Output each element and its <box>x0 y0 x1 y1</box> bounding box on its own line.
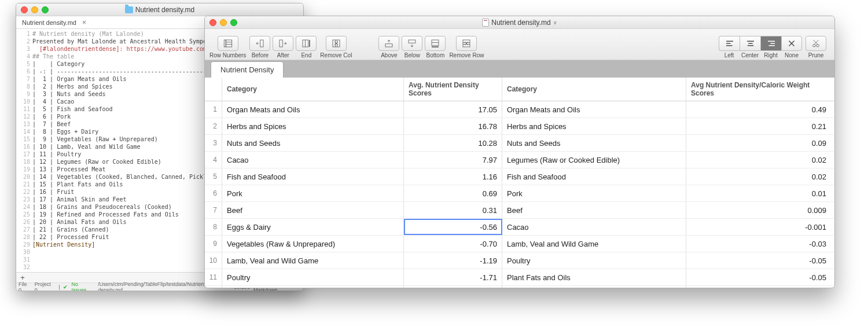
cell-score2[interactable]: 0.09 <box>686 135 831 151</box>
row-number-cell[interactable]: 7 <box>205 202 222 218</box>
cell-score1[interactable]: 10.28 <box>404 135 502 151</box>
row-numbers-button[interactable] <box>218 36 238 51</box>
cell-category2[interactable]: Pork <box>502 185 686 201</box>
zoom-window-button[interactable] <box>230 19 237 26</box>
close-icon[interactable]: × <box>82 19 86 27</box>
cell-category[interactable]: Beef <box>222 202 404 218</box>
insert-row-above-button[interactable] <box>378 36 399 51</box>
cell-category[interactable]: Nuts and Seeds <box>222 135 404 151</box>
grid-body[interactable]: 1 Organ Meats and Oils 17.05 Organ Meats… <box>205 101 834 288</box>
row-number-cell[interactable]: 1 <box>205 101 222 118</box>
cell-category[interactable]: Legumes (Raw or Cooked Edible) <box>222 286 404 288</box>
cell-score1[interactable]: -1.71 <box>404 269 502 285</box>
cell-category2[interactable]: Organ Meats and Oils <box>502 101 686 118</box>
table-row[interactable]: 4 Cacao 7.97 Legumes (Raw or Cooked Edib… <box>205 152 834 168</box>
sheet-tab[interactable]: Nutrient Density <box>211 61 284 78</box>
grid-header-score1[interactable]: Avg. Nutrient Density Scores <box>404 78 502 101</box>
cell-score2[interactable]: -0.03 <box>686 236 831 252</box>
table-row[interactable]: 5 Fish and Seafood 1.16 Fish and Seafood… <box>205 168 834 185</box>
cell-score1[interactable]: -1.19 <box>404 252 502 269</box>
cell-score2[interactable]: 0.21 <box>686 118 831 134</box>
close-window-button[interactable] <box>209 19 216 26</box>
cell-score1[interactable]: 0.69 <box>404 185 502 201</box>
cell-category2[interactable]: Poultry <box>502 252 686 269</box>
remove-row-button[interactable] <box>456 36 477 51</box>
grid-header-score2[interactable]: Avg Nutrient Density/Caloric Weight Scor… <box>686 78 831 101</box>
table-row[interactable]: 1 Organ Meats and Oils 17.05 Organ Meats… <box>205 101 834 118</box>
grid-header-cat1[interactable]: Category <box>222 78 404 101</box>
cell-category[interactable]: Vegetables (Raw & Unprepared) <box>222 236 404 252</box>
row-number-cell[interactable]: 6 <box>205 185 222 201</box>
cell-category[interactable]: Lamb, Veal and Wild Game <box>222 252 404 269</box>
cell-score2[interactable]: 0.02 <box>686 152 831 168</box>
cell-category2[interactable]: Nuts and Seeds <box>502 135 686 151</box>
row-number-cell[interactable]: 8 <box>205 219 222 235</box>
insert-col-before-button[interactable] <box>249 36 270 51</box>
cell-category2[interactable]: Animal Fats and Oils <box>502 286 686 288</box>
row-number-cell[interactable]: 12 <box>205 286 222 288</box>
cell-score2[interactable]: -0.001 <box>686 219 831 235</box>
table-row[interactable]: 9 Vegetables (Raw & Unprepared) -0.70 La… <box>205 236 834 252</box>
minimize-window-button[interactable] <box>220 19 227 26</box>
align-none-button[interactable] <box>781 36 802 51</box>
cell-category2[interactable]: Legumes (Raw or Cooked Edible) <box>502 152 686 168</box>
minimize-window-button[interactable] <box>31 6 38 13</box>
table-row[interactable]: 6 Pork 0.69 Pork 0.01 <box>205 185 834 202</box>
prune-button[interactable] <box>806 36 826 51</box>
zoom-window-button[interactable] <box>42 6 49 13</box>
row-number-cell[interactable]: 3 <box>205 135 222 151</box>
cell-category2[interactable]: Cacao <box>502 219 686 235</box>
align-right-button[interactable] <box>760 36 781 51</box>
table-row[interactable]: 10 Lamb, Veal and Wild Game -1.19 Poultr… <box>205 252 834 269</box>
cell-category2[interactable]: Fish and Seafood <box>502 168 686 185</box>
insert-row-below-button[interactable] <box>402 36 422 51</box>
row-number-cell[interactable]: 11 <box>205 269 222 285</box>
table-row[interactable]: 12 Legumes (Raw or Cooked Edible) -2.86 … <box>205 286 834 288</box>
table-row[interactable]: 3 Nuts and Seeds 10.28 Nuts and Seeds 0.… <box>205 135 834 152</box>
cell-category2[interactable]: Lamb, Veal and Wild Game <box>502 236 686 252</box>
row-number-cell[interactable]: 4 <box>205 152 222 168</box>
cell-score1[interactable]: 17.05 <box>404 101 502 118</box>
table-row[interactable]: 11 Poultry -1.71 Plant Fats and Oils -0.… <box>205 269 834 286</box>
grid-header-cat2[interactable]: Category <box>502 78 686 101</box>
cell-category2[interactable]: Plant Fats and Oils <box>502 269 686 285</box>
cell-score1[interactable]: 0.31 <box>404 202 502 218</box>
cell-category[interactable]: Cacao <box>222 152 404 168</box>
editor-titlebar[interactable]: Nutrient density.md <box>16 3 303 16</box>
cell-score1[interactable]: -2.86 <box>404 286 502 288</box>
cell-score2[interactable]: 0.01 <box>686 185 831 201</box>
cell-score1[interactable]: 16.78 <box>404 118 502 134</box>
align-center-button[interactable] <box>740 36 760 51</box>
remove-col-button[interactable] <box>326 36 347 51</box>
cell-score2[interactable]: 0.02 <box>686 168 831 185</box>
cell-score2[interactable]: -0.07 <box>686 286 831 288</box>
row-number-cell[interactable]: 5 <box>205 168 222 185</box>
cell-category[interactable]: Poultry <box>222 269 404 285</box>
row-number-cell[interactable]: 9 <box>205 236 222 252</box>
table-titlebar[interactable]: Nutrient density.md ∨ <box>205 16 834 29</box>
align-left-button[interactable] <box>719 36 740 51</box>
cell-score2[interactable]: 0.49 <box>686 101 831 118</box>
cell-score1[interactable]: -0.56 <box>404 219 502 235</box>
chevron-down-icon[interactable]: ∨ <box>553 20 557 25</box>
cell-category[interactable]: Pork <box>222 185 404 201</box>
insert-col-end-button[interactable] <box>296 36 317 51</box>
insert-row-bottom-button[interactable] <box>425 36 446 51</box>
cell-score2[interactable]: 0.009 <box>686 202 831 218</box>
cell-score1[interactable]: 7.97 <box>404 152 502 168</box>
insert-col-after-button[interactable] <box>273 36 293 51</box>
table-row[interactable]: 8 Eggs & Dairy -0.56 Cacao -0.001 <box>205 219 834 236</box>
cell-category[interactable]: Organ Meats and Oils <box>222 101 404 118</box>
table-row[interactable]: 7 Beef 0.31 Beef 0.009 <box>205 202 834 219</box>
cell-category[interactable]: Herbs and Spices <box>222 118 404 134</box>
cell-category[interactable]: Eggs & Dairy <box>222 219 404 235</box>
table-row[interactable]: 2 Herbs and Spices 16.78 Herbs and Spice… <box>205 118 834 135</box>
cell-score1[interactable]: 1.16 <box>404 168 502 185</box>
cell-score1[interactable]: -0.70 <box>404 236 502 252</box>
editor-tab[interactable]: Nutrient density.md × <box>16 17 92 28</box>
cell-score2[interactable]: -0.05 <box>686 269 831 285</box>
cell-category[interactable]: Fish and Seafood <box>222 168 404 185</box>
cell-category2[interactable]: Beef <box>502 202 686 218</box>
row-number-cell[interactable]: 10 <box>205 252 222 269</box>
cell-score2[interactable]: -0.05 <box>686 252 831 269</box>
